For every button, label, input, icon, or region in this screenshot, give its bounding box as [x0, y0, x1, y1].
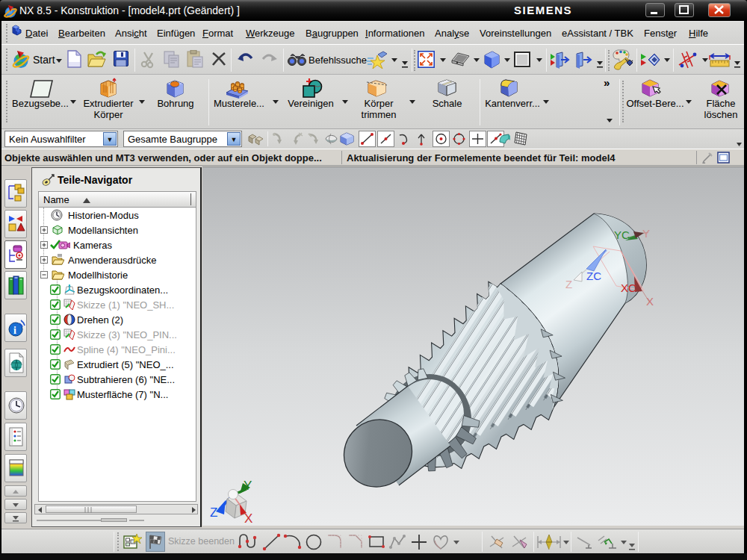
svg-text:X: X	[646, 295, 654, 308]
svg-text:X: X	[244, 511, 252, 526]
svg-text:YC: YC	[614, 228, 630, 241]
svg-text:i: i	[13, 325, 16, 336]
svg-text:Y: Y	[244, 479, 252, 493]
svg-text:ZC: ZC	[586, 270, 601, 282]
svg-text:Z: Z	[565, 278, 572, 290]
svg-text:XC: XC	[621, 281, 636, 294]
svg-text:Z: Z	[210, 505, 217, 520]
svg-text:Y: Y	[642, 227, 650, 240]
